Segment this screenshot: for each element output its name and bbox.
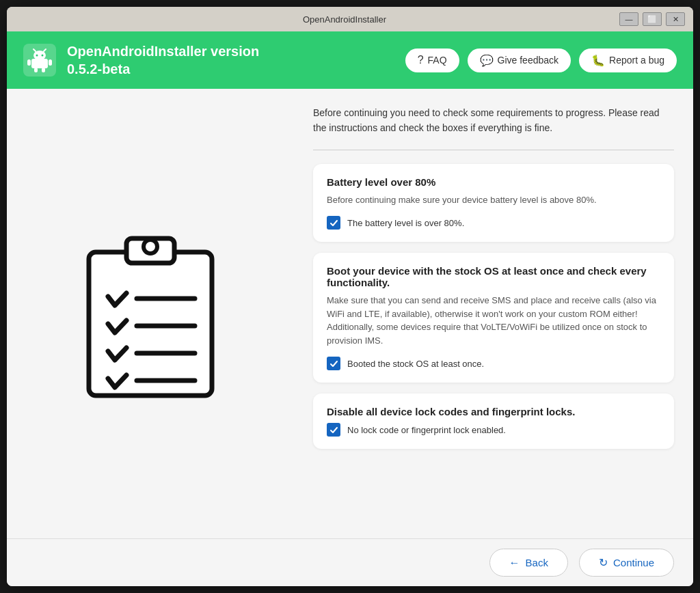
continue-button[interactable]: ↻ Continue bbox=[579, 549, 674, 577]
back-button[interactable]: ← Back bbox=[489, 549, 568, 577]
back-arrow-icon: ← bbox=[509, 557, 520, 569]
svg-rect-9 bbox=[42, 68, 45, 72]
bottom-bar: ← Back ↻ Continue bbox=[7, 538, 693, 586]
svg-rect-7 bbox=[49, 59, 52, 66]
app-title: OpenAndroidInstaller version 0.5.2-beta bbox=[67, 42, 259, 78]
continue-icon: ↻ bbox=[599, 556, 608, 569]
title-bar: OpenAndroidInstaller — ⬜ ✕ bbox=[7, 7, 693, 31]
intro-text: Before continuing you need to check some… bbox=[313, 105, 674, 136]
requirements-panel[interactable]: Before continuing you need to check some… bbox=[294, 89, 693, 538]
illustration-panel bbox=[7, 89, 294, 538]
faq-icon: ? bbox=[418, 54, 424, 66]
header-title-block: OpenAndroidInstaller version 0.5.2-beta bbox=[67, 42, 259, 78]
feedback-button[interactable]: 💬 Give feedback bbox=[468, 49, 571, 72]
maximize-button[interactable]: ⬜ bbox=[643, 12, 662, 26]
req-title-lock: Disable all device lock codes and finger… bbox=[327, 406, 660, 417]
checkbox-row-battery: The battery level is over 80%. bbox=[327, 216, 660, 230]
bug-icon: 🐛 bbox=[591, 54, 605, 67]
req-title-battery: Battery level over 80% bbox=[327, 176, 660, 188]
checkbox-lock[interactable] bbox=[327, 423, 340, 437]
svg-point-4 bbox=[36, 55, 38, 57]
window-title: OpenAndroidInstaller bbox=[70, 14, 619, 25]
svg-line-3 bbox=[44, 49, 46, 51]
app-window: OpenAndroidInstaller — ⬜ ✕ bbox=[7, 7, 693, 586]
android-logo-icon bbox=[23, 44, 56, 77]
app-header: OpenAndroidInstaller version 0.5.2-beta … bbox=[7, 31, 693, 89]
requirement-card-stock-os: Boot your device with the stock OS at le… bbox=[313, 253, 674, 383]
requirement-card-battery: Battery level over 80% Before continuing… bbox=[313, 164, 674, 243]
svg-rect-0 bbox=[31, 59, 48, 68]
svg-rect-8 bbox=[34, 68, 38, 72]
faq-button[interactable]: ? FAQ bbox=[405, 49, 459, 72]
req-desc-battery: Before continuing make sure your device … bbox=[327, 193, 660, 207]
svg-point-12 bbox=[144, 240, 157, 253]
checklist-illustration bbox=[75, 225, 226, 402]
svg-point-1 bbox=[33, 51, 46, 60]
main-content: Before continuing you need to check some… bbox=[7, 89, 693, 538]
checkbox-row-lock: No lock code or fingerprint lock enabled… bbox=[327, 423, 660, 437]
checkbox-stock-os[interactable] bbox=[327, 357, 340, 370]
checkbox-row-stock-os: Booted the stock OS at least once. bbox=[327, 357, 660, 370]
req-title-stock-os: Boot your device with the stock OS at le… bbox=[327, 265, 660, 288]
divider bbox=[313, 150, 674, 150]
checkbox-label-battery: The battery level is over 80%. bbox=[347, 218, 464, 228]
feedback-icon: 💬 bbox=[480, 54, 494, 67]
window-controls: — ⬜ ✕ bbox=[619, 12, 685, 26]
svg-rect-6 bbox=[27, 59, 31, 66]
header-nav: ? FAQ 💬 Give feedback 🐛 Report a bug bbox=[405, 49, 677, 72]
checkbox-battery[interactable] bbox=[327, 216, 340, 230]
requirement-card-lock: Disable all device lock codes and finger… bbox=[313, 394, 674, 449]
svg-point-5 bbox=[42, 55, 44, 57]
checkbox-label-lock: No lock code or fingerprint lock enabled… bbox=[347, 425, 506, 435]
minimize-button[interactable]: — bbox=[619, 12, 638, 26]
bug-report-button[interactable]: 🐛 Report a bug bbox=[579, 49, 677, 72]
header-branding: OpenAndroidInstaller version 0.5.2-beta bbox=[23, 42, 259, 78]
svg-line-2 bbox=[33, 49, 36, 51]
close-button[interactable]: ✕ bbox=[666, 12, 685, 26]
req-desc-stock-os: Make sure that you can send and receive … bbox=[327, 294, 660, 347]
checkbox-label-stock-os: Booted the stock OS at least once. bbox=[347, 359, 484, 369]
